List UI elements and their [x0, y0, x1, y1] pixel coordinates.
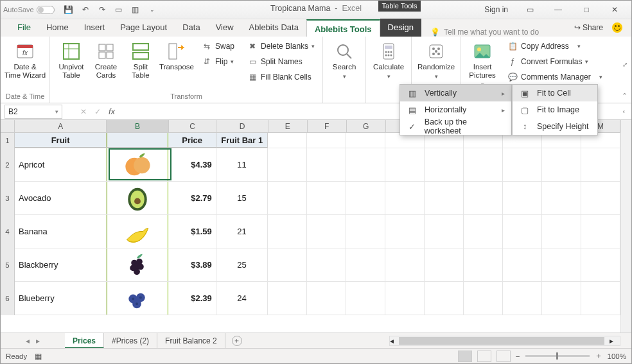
cell[interactable]: [107, 248, 168, 281]
expand-popout-icon[interactable]: ⤢: [622, 61, 628, 68]
col-header-A[interactable]: A: [15, 120, 107, 132]
sheet-nav-prev-icon[interactable]: ◂: [26, 336, 30, 345]
split-names-button[interactable]: ▭Split Names: [243, 55, 319, 69]
randomize-button[interactable]: Randomize▾: [416, 39, 457, 88]
tab-page-layout[interactable]: Page Layout: [112, 19, 175, 37]
cell[interactable]: [542, 182, 581, 214]
feedback-smiley-icon[interactable]: [612, 22, 622, 33]
cell[interactable]: 21: [216, 215, 268, 248]
cell[interactable]: Fruit: [15, 133, 107, 148]
cell[interactable]: Avocado: [15, 182, 107, 214]
cell[interactable]: 24: [216, 282, 268, 315]
cell[interactable]: [385, 215, 425, 248]
cell[interactable]: [464, 282, 503, 315]
cell[interactable]: [425, 248, 464, 281]
cell[interactable]: [346, 215, 385, 248]
cell[interactable]: [464, 148, 503, 181]
view-normal-icon[interactable]: [458, 351, 472, 362]
expand-formula-bar-icon[interactable]: ⌄: [622, 109, 629, 114]
sheet-tab-prices[interactable]: Prices: [65, 333, 104, 349]
cell[interactable]: [503, 182, 542, 214]
col-header-C[interactable]: C: [169, 120, 217, 132]
cell[interactable]: $2.39: [168, 282, 216, 315]
cell[interactable]: [581, 282, 620, 315]
cell[interactable]: [268, 248, 307, 281]
row-header-1[interactable]: 1: [1, 133, 15, 148]
delete-blanks-button[interactable]: ✖Delete Blanks ▾: [243, 39, 319, 53]
save-icon[interactable]: 💾: [61, 3, 76, 17]
cell[interactable]: [307, 182, 346, 214]
tab-table-design[interactable]: Design: [380, 19, 421, 37]
cell[interactable]: [346, 248, 385, 281]
cell[interactable]: [425, 215, 464, 248]
zoom-in-icon[interactable]: ＋: [595, 351, 602, 361]
accept-formula-icon[interactable]: ✓: [94, 107, 101, 116]
insert-pictures-button[interactable]: Insert Pictures▾: [465, 39, 500, 88]
tab-insert[interactable]: Insert: [76, 19, 113, 37]
unpivot-table-button[interactable]: Unpivot Table: [54, 39, 89, 88]
cell[interactable]: [307, 282, 346, 315]
select-all-corner[interactable]: [1, 120, 15, 133]
zoom-out-icon[interactable]: −: [516, 352, 520, 360]
cell[interactable]: [346, 133, 385, 148]
cell[interactable]: [268, 282, 307, 315]
cell[interactable]: [107, 133, 168, 148]
calculate-button[interactable]: Calculate▾: [370, 39, 407, 88]
cell[interactable]: Fruit Bar 1: [216, 133, 268, 148]
copy-address-button[interactable]: 📋Copy Address ▾: [504, 39, 606, 53]
transpose-button[interactable]: Transpose: [158, 39, 195, 88]
minimize-icon[interactable]: —: [544, 1, 572, 19]
convert-formulas-button[interactable]: ƒConvert Formulas ▾: [504, 55, 606, 69]
cell[interactable]: [268, 133, 307, 148]
cell[interactable]: Price: [168, 133, 216, 148]
cell[interactable]: [307, 248, 346, 281]
tab-data[interactable]: Data: [175, 19, 207, 37]
cell[interactable]: $1.59: [168, 215, 216, 248]
cell[interactable]: 15: [216, 182, 268, 214]
submenu-fit-to-cell[interactable]: ▣Fit to Cell: [513, 85, 597, 101]
view-page-break-icon[interactable]: [496, 351, 511, 362]
row-header-3[interactable]: 3: [1, 182, 15, 215]
cell[interactable]: [503, 282, 542, 315]
comments-manager-button[interactable]: 💬Comments Manager ▾: [504, 70, 606, 84]
flip-button[interactable]: ⇵Flip ▾: [198, 55, 238, 69]
row-header-2[interactable]: 2: [1, 148, 15, 182]
ribbon-options-icon[interactable]: ▭: [516, 1, 544, 19]
cell[interactable]: [425, 182, 464, 214]
worksheet-grid[interactable]: A B C D E F G H I J K L M 1FruitPriceFru…: [1, 120, 620, 333]
new-sheet-button[interactable]: ＋: [232, 336, 242, 346]
collapse-ribbon-icon[interactable]: ⌃: [622, 92, 628, 100]
share-button[interactable]: ↪ Share: [574, 23, 603, 32]
row-header-6[interactable]: 6: [1, 282, 15, 315]
view-page-layout-icon[interactable]: [477, 351, 491, 362]
new-icon[interactable]: ▭: [111, 3, 127, 17]
qat-icon[interactable]: ▥: [128, 3, 143, 17]
cell[interactable]: [464, 182, 503, 214]
row-header-5[interactable]: 5: [1, 248, 15, 282]
menu-horizontally[interactable]: ▤Horizontally▸: [400, 101, 511, 118]
date-time-wizard-button[interactable]: fx Date & Time Wizard: [4, 39, 46, 88]
vertical-scrollbar[interactable]: [620, 120, 631, 333]
cell[interactable]: [503, 248, 542, 281]
cell[interactable]: [542, 148, 581, 181]
tab-ablebits-tools[interactable]: Ablebits Tools: [306, 19, 380, 37]
cell[interactable]: [268, 182, 307, 214]
cell[interactable]: [107, 148, 168, 181]
cell[interactable]: [268, 215, 307, 248]
cell[interactable]: [307, 148, 346, 181]
maximize-icon[interactable]: □: [572, 1, 601, 19]
submenu-fit-to-image[interactable]: ▢Fit to Image: [513, 101, 597, 118]
search-button[interactable]: Search▾: [327, 39, 362, 88]
cell[interactable]: [581, 182, 620, 214]
cell[interactable]: Apricot: [15, 148, 107, 181]
sheet-tab-prices-2[interactable]: #Prices (2): [104, 333, 157, 349]
cell[interactable]: [464, 215, 503, 248]
tell-me-search[interactable]: 💡 Tell me what you want to do: [430, 28, 539, 37]
name-box[interactable]: B2▾: [4, 105, 62, 119]
cell[interactable]: [503, 148, 542, 181]
cell[interactable]: [581, 215, 620, 248]
cancel-formula-icon[interactable]: ✕: [80, 107, 87, 116]
col-header-G[interactable]: G: [347, 120, 386, 132]
sheet-nav-next-icon[interactable]: ▸: [36, 336, 40, 345]
cell[interactable]: [542, 282, 581, 315]
